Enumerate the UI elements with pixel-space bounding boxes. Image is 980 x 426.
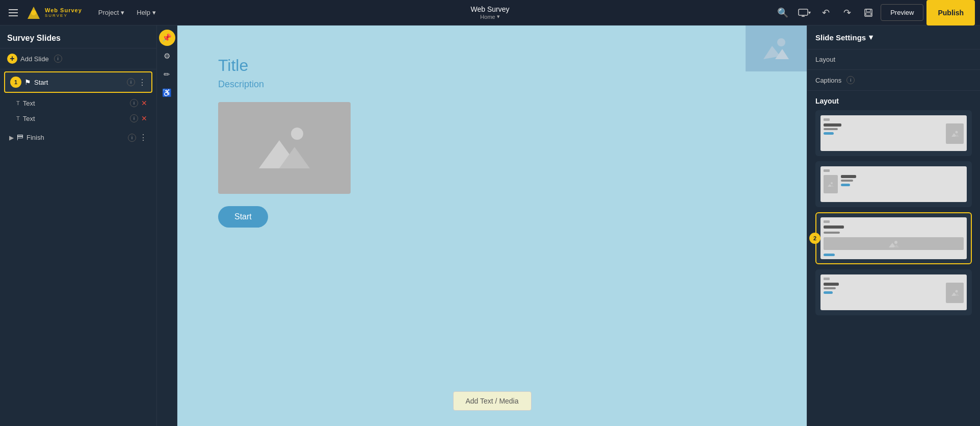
captions-info-icon[interactable]: i (846, 76, 855, 84)
layout-option-1[interactable] (815, 110, 972, 156)
text1-delete-icon[interactable]: ✕ (141, 99, 147, 107)
device-chevron-icon: ▾ (808, 10, 811, 15)
layout-option-3-wrapper: 2 (815, 212, 972, 264)
svg-point-25 (894, 241, 897, 244)
text1-info-icon[interactable]: i (130, 99, 138, 107)
finish-chevron-icon: ▶ (9, 134, 14, 141)
svg-point-9 (777, 38, 785, 46)
text2-info-icon[interactable]: i (130, 114, 138, 122)
slide-child-text2[interactable]: T Text i ✕ (12, 111, 152, 126)
top-image-icon (761, 35, 791, 63)
survey-breadcrumb: Home ▾ (471, 13, 510, 20)
slide-settings-header: Slide Settings (807, 26, 980, 49)
slide-start-label: Start (34, 79, 125, 86)
canvas-area: Title Description Start Add Text / Media (177, 26, 807, 426)
finish-more-icon[interactable]: ⋮ (139, 133, 147, 142)
slide-number-1: 1 (10, 77, 21, 88)
layout-right-title: Layout (815, 97, 972, 105)
text2-label: Text (23, 115, 128, 122)
layout-option-2[interactable] (815, 161, 972, 207)
project-chevron-icon (121, 9, 124, 16)
right-panel: Slide Settings Layout Captions i Layout (807, 26, 980, 426)
canvas-mountain-icon (254, 122, 315, 173)
captions-label: Captions i (815, 76, 972, 84)
finish-label: Finish (27, 134, 126, 141)
svg-point-1 (31, 10, 36, 15)
canvas-content: Title Description Start (177, 26, 807, 426)
publish-button[interactable]: Publish (926, 0, 975, 26)
sidebar-title: Survey Slides (0, 26, 156, 48)
layout-grid: 2 (815, 110, 972, 315)
layout-thumb-3 (820, 217, 967, 259)
redo-icon[interactable]: ↷ (838, 4, 856, 22)
save-icon[interactable] (859, 4, 878, 22)
slide-child-text1[interactable]: T Text i ✕ (12, 96, 152, 110)
help-chevron-icon (152, 9, 156, 16)
search-icon[interactable]: 🔍 (774, 4, 792, 22)
device-preview-icon[interactable]: ▾ (795, 4, 813, 22)
text1-label: Text (23, 99, 128, 107)
left-sidebar: Survey Slides + Start Add Slide i 1 ⚑ St… (0, 26, 157, 426)
logo-icon (25, 5, 42, 21)
slide-item-finish[interactable]: ▶ ⛿ Finish i ⋮ (4, 129, 152, 146)
canvas-title[interactable]: Title (218, 56, 776, 75)
main-area: Survey Slides + Start Add Slide i 1 ⚑ St… (0, 26, 980, 426)
layout-option-3[interactable] (815, 212, 972, 264)
top-nav: Web Survey SURVEY Project Help Web Surve… (0, 0, 980, 26)
layout-thumb-4 (820, 274, 967, 310)
add-icon: + (7, 54, 17, 64)
logo-text: Web Survey SURVEY (45, 7, 82, 18)
text2-t-icon: T (16, 115, 20, 121)
pen-tool-icon[interactable]: ✏ (159, 66, 175, 83)
layout-thumb-2 (820, 166, 967, 202)
svg-point-29 (955, 290, 958, 293)
svg-point-21 (831, 182, 833, 184)
finish-info-icon[interactable]: i (128, 134, 136, 142)
survey-title: Web Survey (471, 5, 510, 13)
undo-icon[interactable]: ↶ (816, 4, 835, 22)
hamburger-menu[interactable] (5, 5, 21, 21)
layout-option-4[interactable] (815, 269, 972, 315)
pin-tool-icon[interactable]: 📌 (159, 30, 175, 46)
svg-point-17 (955, 131, 958, 134)
nav-project[interactable]: Project (92, 0, 130, 26)
layout-left-label: Layout (815, 56, 972, 63)
layout-section-left: Layout (807, 49, 980, 70)
svg-rect-7 (866, 13, 871, 15)
slide-start-info-icon[interactable]: i (127, 78, 135, 86)
logo-area: Web Survey SURVEY (25, 5, 82, 21)
slide-settings-label: Slide Settings (815, 33, 866, 42)
text2-delete-icon[interactable]: ✕ (141, 114, 147, 122)
canvas-image-placeholder[interactable] (218, 102, 351, 194)
step-2-badge: 2 (809, 233, 820, 244)
slide-settings-chevron-icon (869, 33, 873, 42)
tool-panel: 📌 ⚙ ✏ ♿ (157, 26, 177, 426)
text-icon: T (16, 100, 20, 106)
accessibility-tool-icon[interactable]: ♿ (159, 85, 175, 101)
canvas-description[interactable]: Description (218, 79, 776, 90)
slide-start-more-icon[interactable]: ⋮ (138, 78, 146, 87)
canvas-start-button[interactable]: Start (218, 206, 268, 228)
settings-tool-icon[interactable]: ⚙ (159, 48, 175, 64)
slide-start-children: T Text i ✕ T Text i ✕ (0, 95, 156, 127)
add-slide-label: Add Slide (20, 55, 49, 63)
svg-rect-2 (799, 9, 808, 15)
add-text-media-button[interactable]: Add Text / Media (453, 391, 531, 411)
nav-help[interactable]: Help (130, 0, 162, 26)
captions-section: Captions i (807, 70, 980, 91)
svg-point-13 (291, 128, 303, 140)
canvas-top-image-placeholder (746, 26, 807, 71)
start-flag-icon: ⚑ (24, 78, 31, 86)
add-slide-button[interactable]: + Start Add Slide i (0, 48, 156, 69)
nav-center-info: Web Survey Home ▾ (471, 5, 510, 20)
nav-right-actions: 🔍 ▾ ↶ ↷ Preview Publish (774, 0, 975, 26)
finish-flag-icon: ⛿ (17, 134, 23, 141)
slide-item-start[interactable]: 1 ⚑ Start i ⋮ (4, 71, 152, 93)
breadcrumb-chevron-icon: ▾ (497, 13, 500, 20)
add-slide-info-icon[interactable]: i (54, 55, 62, 63)
layout-thumb-1 (820, 115, 967, 151)
layout-options-section: Layout (807, 91, 980, 321)
preview-button[interactable]: Preview (881, 4, 923, 21)
